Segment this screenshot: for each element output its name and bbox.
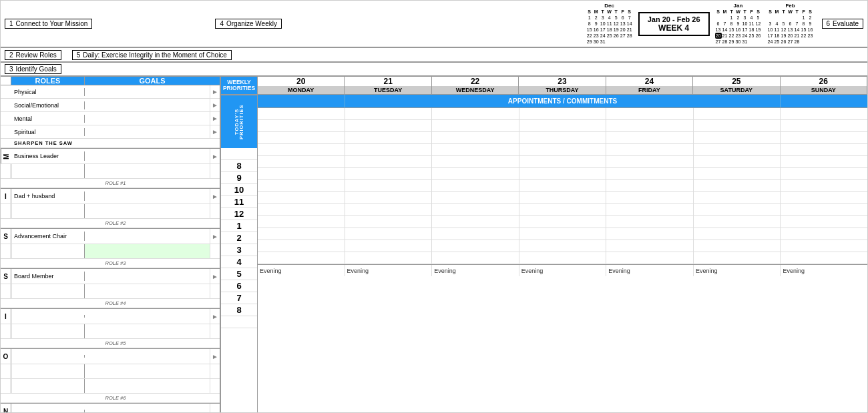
role-1-name: Business Leader bbox=[11, 151, 85, 161]
nav-num-5: 5 bbox=[77, 51, 81, 59]
time-row-4 bbox=[258, 204, 867, 216]
time-8b: 8 bbox=[221, 304, 257, 316]
saw-social: Social/Emotional bbox=[11, 101, 85, 109]
role-4-label: ROLE #4 bbox=[11, 300, 220, 306]
nav-item-2[interactable]: 2 Review Roles bbox=[5, 50, 61, 60]
feb-mini-cal: SMTWTFS 12 3456789 10111213141516 171819… bbox=[767, 9, 814, 45]
saw-physical: Physical bbox=[11, 88, 85, 96]
nav-label-2: Review Roles bbox=[16, 51, 57, 59]
time-row-11 bbox=[258, 144, 867, 156]
nav-label-4: Organize Weekly bbox=[226, 20, 277, 27]
nav-item-1[interactable]: 1 Connect to Your Mission bbox=[5, 19, 92, 29]
time-row-6 bbox=[258, 228, 867, 240]
time-10: 10 bbox=[221, 184, 257, 196]
mission-label: M bbox=[1, 149, 11, 163]
time-6: 6 bbox=[221, 280, 257, 292]
jan-month-label: Jan bbox=[734, 3, 743, 9]
role-3-label: ROLE #3 bbox=[11, 260, 220, 266]
day-header-20: 20 MONDAY bbox=[258, 77, 345, 94]
time-row-8 bbox=[258, 108, 867, 120]
time-row-7 bbox=[258, 240, 867, 252]
day-header-26: 26 SUNDAY bbox=[781, 77, 867, 94]
goals-header: GOALS bbox=[85, 77, 220, 85]
day-header-24: 24 FRIDAY bbox=[606, 77, 693, 94]
nav-label-3: Identify Goals bbox=[16, 65, 57, 73]
time-3: 3 bbox=[221, 244, 257, 256]
time-row-9 bbox=[258, 120, 867, 132]
date-range: Jan 20 - Feb 26 bbox=[648, 15, 700, 23]
role-5-label: ROLE #5 bbox=[11, 340, 220, 346]
todays-priorities-header: TODAY'SPRIORITIES bbox=[221, 95, 257, 148]
nav-item-5[interactable]: 5 Daily: Exercise Integrity in the Momen… bbox=[72, 50, 232, 60]
day-header-21: 21 TUESDAY bbox=[345, 77, 431, 94]
time-row-10 bbox=[258, 132, 867, 144]
nav-num-1: 1 bbox=[9, 20, 13, 27]
time-row-12 bbox=[258, 156, 867, 168]
week-label: WEEK 4 bbox=[648, 23, 700, 33]
weekly-priorities-header: WEEKLY PRIORITIES bbox=[221, 77, 258, 94]
time-4: 4 bbox=[221, 256, 257, 268]
evening-cell-3: Evening bbox=[519, 265, 607, 276]
nav-item-4[interactable]: 4 Organize Weekly bbox=[215, 19, 282, 29]
dec-mini-cal: SMTWTFS 1234567 891011121314 15161718192… bbox=[586, 9, 633, 45]
time-2: 2 bbox=[221, 232, 257, 244]
time-12: 12 bbox=[221, 208, 257, 220]
time-7: 7 bbox=[221, 292, 257, 304]
time-1: 1 bbox=[221, 220, 257, 232]
week-header: Jan 20 - Feb 26 WEEK 4 bbox=[638, 12, 710, 36]
evening-cell-2: Evening bbox=[432, 265, 519, 276]
day-header-22: 22 WEDNESDAY bbox=[432, 77, 519, 94]
role-2-name: Dad + husband bbox=[11, 191, 85, 201]
evening-cell-1: Evening bbox=[345, 265, 433, 276]
sharpen-label: SHARPEN THE SAW bbox=[11, 140, 220, 146]
nav-label-1: Connect to Your Mission bbox=[16, 20, 88, 27]
evening-cell-0: Evening bbox=[258, 265, 345, 276]
jan-mini-cal: SMTWTFS 12345 6789101112 13141516171819 … bbox=[715, 9, 762, 45]
nav-item-3[interactable]: 3 Identify Goals bbox=[5, 64, 61, 74]
feb-month-label: Feb bbox=[785, 3, 795, 9]
nav-num-3: 3 bbox=[9, 65, 13, 73]
time-row-3 bbox=[258, 192, 867, 204]
nav-label-5: Daily: Exercise Integrity in the Moment … bbox=[83, 51, 227, 59]
nav-num-2: 2 bbox=[9, 51, 13, 59]
nav-num-4: 4 bbox=[220, 20, 224, 27]
saw-mental: Mental bbox=[11, 115, 85, 123]
role-3-name: Advancement Chair bbox=[11, 232, 85, 241]
time-row-2 bbox=[258, 180, 867, 192]
time-9: 9 bbox=[221, 172, 257, 184]
time-11: 11 bbox=[221, 196, 257, 208]
role-1-label: ROLE #1 bbox=[11, 180, 220, 186]
time-row-8 bbox=[258, 252, 867, 264]
dec-month-label: Dec bbox=[604, 3, 614, 9]
nav-label-6: Evaluate bbox=[833, 20, 859, 27]
role-4-name: Board Member bbox=[11, 272, 85, 281]
time-row-1 bbox=[258, 168, 867, 180]
appointments-header: APPOINTMENTS / COMMITMENTS bbox=[258, 95, 867, 108]
day-header-23: 23 THURSDAY bbox=[519, 77, 606, 94]
roles-header: ROLES bbox=[11, 77, 85, 85]
nav-num-6: 6 bbox=[827, 20, 831, 27]
role-2-label: ROLE #2 bbox=[11, 220, 220, 226]
role-6-label: ROLE #6 bbox=[11, 395, 220, 401]
time-row-5 bbox=[258, 216, 867, 228]
evening-row: EveningEveningEveningEveningEveningEveni… bbox=[258, 264, 867, 276]
day-header-25: 25 SATURDAY bbox=[693, 77, 780, 94]
evening-cell-4: Evening bbox=[606, 265, 694, 276]
time-8: 8 bbox=[221, 160, 257, 172]
evening-cell-5: Evening bbox=[694, 265, 781, 276]
time-5: 5 bbox=[221, 268, 257, 280]
saw-spiritual: Spiritual bbox=[11, 128, 85, 136]
evening-cell-6: Evening bbox=[781, 265, 867, 276]
nav-item-6[interactable]: 6 Evaluate bbox=[822, 19, 863, 29]
